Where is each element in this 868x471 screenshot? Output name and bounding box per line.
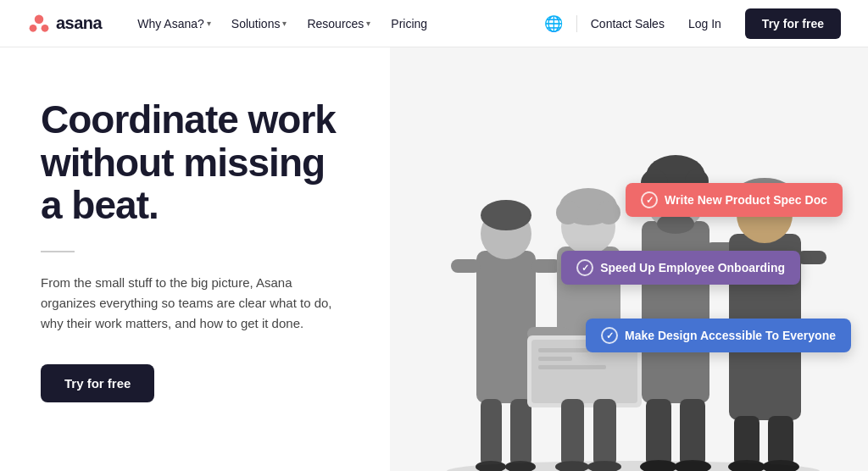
hero-description: From the small stuff to the big picture,… (41, 273, 349, 334)
logo-icon (27, 12, 51, 36)
globe-icon[interactable]: 🌐 (544, 14, 563, 33)
hero-left-panel: Coordinate work without missing a beat. … (0, 47, 390, 471)
nav-why-asana[interactable]: Why Asana? ▾ (129, 12, 220, 36)
task-badge-3: ✓ Make Design Accessible To Everyone (586, 319, 851, 352)
login-button[interactable]: Log In (678, 12, 732, 36)
nav-pricing[interactable]: Pricing (382, 12, 436, 36)
svg-rect-8 (481, 399, 502, 467)
svg-rect-9 (510, 399, 531, 467)
task-badge-2: ✓ Speed Up Employee Onboarding (561, 251, 800, 285)
svg-rect-3 (476, 251, 536, 403)
logo-text: asana (56, 14, 102, 33)
svg-point-5 (481, 200, 531, 230)
main-content: Coordinate work without missing a beat. … (0, 47, 868, 471)
hero-title: Coordinate work without missing a beat. (41, 98, 349, 227)
svg-point-16 (597, 201, 620, 224)
nav-divider (576, 15, 577, 32)
nav-links: Why Asana? ▾ Solutions ▾ Resources ▾ Pri… (129, 12, 544, 36)
svg-point-0 (35, 14, 44, 24)
nav-solutions[interactable]: Solutions ▾ (223, 12, 296, 36)
hero-try-free-button[interactable]: Try for free (41, 364, 154, 402)
chevron-down-icon: ▾ (207, 19, 211, 28)
svg-rect-25 (593, 399, 616, 467)
check-icon: ✓ (601, 327, 618, 344)
svg-rect-7 (531, 259, 561, 273)
svg-rect-37 (680, 399, 705, 467)
svg-rect-46 (734, 416, 760, 467)
svg-point-15 (556, 201, 580, 224)
check-icon: ✓ (641, 191, 658, 208)
svg-rect-28 (642, 221, 709, 403)
svg-rect-21 (538, 348, 589, 352)
logo[interactable]: asana (27, 12, 102, 36)
svg-rect-47 (768, 416, 793, 467)
nav-right-actions: 🌐 Contact Sales Log In Try for free (544, 8, 841, 39)
hero-right-panel: ✓ Write New Product Spec Doc ✓ Speed Up … (390, 47, 868, 471)
svg-rect-24 (561, 399, 584, 467)
task-badge-1: ✓ Write New Product Spec Doc (626, 183, 843, 217)
svg-rect-22 (538, 357, 572, 361)
nav-try-free-button[interactable]: Try for free (745, 8, 841, 39)
svg-rect-6 (451, 259, 481, 273)
svg-point-2 (42, 24, 49, 31)
navigation: asana Why Asana? ▾ Solutions ▾ Resources… (0, 0, 868, 47)
svg-point-1 (30, 24, 37, 31)
chevron-down-icon: ▾ (282, 19, 287, 28)
check-icon: ✓ (576, 259, 593, 276)
svg-rect-45 (797, 251, 826, 264)
chevron-down-icon: ▾ (366, 19, 370, 28)
hero-divider (41, 251, 75, 252)
svg-rect-36 (646, 399, 671, 467)
svg-rect-23 (538, 365, 606, 369)
svg-point-50 (447, 461, 820, 471)
contact-sales-link[interactable]: Contact Sales (591, 17, 665, 30)
nav-resources[interactable]: Resources ▾ (298, 12, 379, 36)
